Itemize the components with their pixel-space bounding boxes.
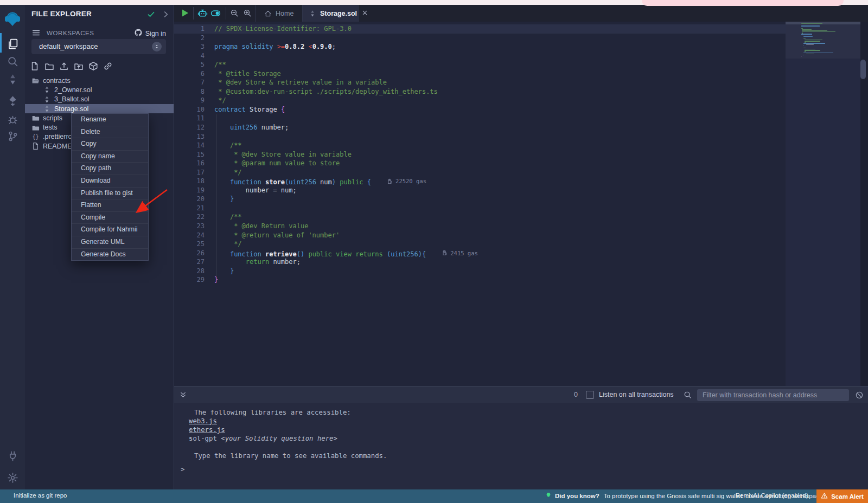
line-number[interactable]: 11 bbox=[174, 114, 214, 123]
line-number[interactable]: 22 bbox=[174, 212, 214, 222]
line-number[interactable]: 16 bbox=[174, 159, 214, 168]
menu-item-rename[interactable]: Rename bbox=[72, 114, 148, 126]
line-number[interactable]: 8 bbox=[174, 87, 214, 96]
code-line-23[interactable]: 23 * @dev Return value bbox=[174, 222, 786, 231]
line-number[interactable]: 4 bbox=[174, 51, 214, 61]
menu-item-publish-file-to-gist[interactable]: Publish file to gist bbox=[72, 188, 148, 200]
code-line-11[interactable]: 11 bbox=[174, 114, 786, 123]
editor-minimap[interactable] bbox=[786, 22, 860, 386]
code-line-10[interactable]: 10contract Storage { bbox=[174, 105, 786, 114]
code-line-12[interactable]: 12 uint256 number; bbox=[174, 123, 786, 132]
zoom-out-icon[interactable] bbox=[230, 9, 239, 20]
upload-file-icon[interactable] bbox=[59, 61, 69, 71]
code-line-26[interactable]: 26 function retrieve() public view retur… bbox=[174, 249, 786, 258]
code-line-29[interactable]: 29} bbox=[174, 275, 786, 285]
code-line-8[interactable]: 8 * @custom:dev-run-script ./scripts/dep… bbox=[174, 87, 786, 96]
line-number[interactable]: 29 bbox=[174, 275, 214, 285]
menu-item-delete[interactable]: Delete bbox=[72, 126, 148, 139]
sign-in-button[interactable]: Sign in bbox=[134, 28, 166, 38]
line-number[interactable]: 21 bbox=[174, 204, 214, 213]
create-from-template-icon[interactable] bbox=[88, 61, 98, 71]
close-tab-icon[interactable] bbox=[362, 10, 368, 17]
code-line-19[interactable]: 19 number = num; bbox=[174, 186, 786, 195]
line-number[interactable]: 3 bbox=[174, 42, 214, 51]
solidity-compiler-icon[interactable] bbox=[0, 70, 25, 88]
line-number[interactable]: 28 bbox=[174, 267, 214, 276]
line-number[interactable]: 19 bbox=[174, 186, 214, 195]
workspace-select[interactable]: default_workspace bbox=[31, 39, 166, 54]
code-line-22[interactable]: 22 /** bbox=[174, 212, 786, 222]
line-number[interactable]: 26 bbox=[174, 249, 214, 258]
code-line-6[interactable]: 6 * @title Storage bbox=[174, 69, 786, 79]
code-line-24[interactable]: 24 * @return value of 'number' bbox=[174, 231, 786, 240]
code-line-27[interactable]: 27 return number; bbox=[174, 257, 786, 267]
code-line-1[interactable]: 1// SPDX-License-Identifier: GPL-3.0 bbox=[174, 24, 786, 34]
code-line-5[interactable]: 5/** bbox=[174, 60, 786, 69]
menu-item-download[interactable]: Download bbox=[72, 175, 148, 188]
code-line-15[interactable]: 15 * @dev Store value in variable bbox=[174, 150, 786, 159]
line-number[interactable]: 2 bbox=[174, 34, 214, 43]
code-line-21[interactable]: 21 bbox=[174, 204, 786, 213]
code-line-20[interactable]: 20 } bbox=[174, 195, 786, 204]
line-number[interactable]: 10 bbox=[174, 105, 214, 114]
upload-folder-icon[interactable] bbox=[74, 61, 84, 71]
line-number[interactable]: 15 bbox=[174, 150, 214, 159]
code-line-14[interactable]: 14 /** bbox=[174, 141, 786, 150]
line-number[interactable]: 13 bbox=[174, 132, 214, 141]
create-folder-icon[interactable] bbox=[44, 61, 54, 71]
chevron-right-icon[interactable] bbox=[162, 10, 170, 21]
code-line-28[interactable]: 28 } bbox=[174, 267, 786, 276]
menu-item-compile[interactable]: Compile bbox=[72, 212, 148, 224]
tab-storage-sol[interactable]: Storage.sol bbox=[303, 5, 359, 22]
run-script-button[interactable] bbox=[180, 8, 190, 20]
terminal-scrollbar-thumb[interactable] bbox=[860, 60, 866, 79]
remixai-toggle-icon[interactable] bbox=[210, 8, 221, 21]
tree-item-2-owner-sol[interactable]: 2_Owner.sol bbox=[25, 85, 174, 94]
menu-item-compile-for-nahmii[interactable]: Compile for Nahmii bbox=[72, 224, 148, 236]
tab-home[interactable]: Home bbox=[255, 5, 303, 22]
code-line-9[interactable]: 9 */ bbox=[174, 96, 786, 105]
deploy-and-run-icon[interactable] bbox=[0, 91, 25, 109]
line-number[interactable]: 5 bbox=[174, 60, 214, 69]
line-number[interactable]: 12 bbox=[174, 123, 214, 132]
chevrons-down-icon[interactable] bbox=[179, 391, 187, 401]
search-icon[interactable] bbox=[0, 52, 25, 70]
remixai-assistant-icon[interactable] bbox=[197, 8, 208, 21]
line-number[interactable]: 6 bbox=[174, 69, 214, 79]
workspace-sort-icon[interactable] bbox=[152, 42, 162, 51]
listen-all-transactions-checkbox[interactable] bbox=[586, 391, 594, 399]
git-init-status[interactable]: Initialize as git repo bbox=[14, 492, 67, 499]
line-number[interactable]: 27 bbox=[174, 257, 214, 267]
source-control-icon[interactable] bbox=[0, 127, 25, 145]
search-icon[interactable] bbox=[684, 391, 692, 401]
create-file-icon[interactable] bbox=[30, 61, 40, 71]
copilot-status[interactable]: RemixAI Copilot (enabled) bbox=[736, 492, 808, 499]
code-line-25[interactable]: 25 */ bbox=[174, 240, 786, 249]
line-number[interactable]: 18 bbox=[174, 177, 214, 186]
tree-item-contracts[interactable]: contracts bbox=[25, 76, 174, 85]
code-line-18[interactable]: 18 function store(uint256 num) public {2… bbox=[174, 177, 786, 186]
clear-console-icon[interactable] bbox=[855, 391, 864, 402]
zoom-in-icon[interactable] bbox=[243, 9, 252, 20]
line-number[interactable]: 23 bbox=[174, 222, 214, 231]
settings-icon[interactable] bbox=[0, 468, 25, 487]
import-from-url-icon[interactable] bbox=[103, 61, 113, 71]
transaction-filter-input[interactable] bbox=[697, 389, 849, 401]
code-line-16[interactable]: 16 * @param num value to store bbox=[174, 159, 786, 168]
terminal-output[interactable]: The following libraries are accessible:•… bbox=[174, 403, 868, 489]
menu-item-generate-docs[interactable]: Generate Docs bbox=[72, 249, 148, 261]
code-line-7[interactable]: 7 * @dev Store & retrieve value in a var… bbox=[174, 78, 786, 87]
plugin-manager-icon[interactable] bbox=[0, 447, 25, 465]
line-number[interactable]: 14 bbox=[174, 141, 214, 150]
tree-item-3-ballot-sol[interactable]: 3_Ballot.sol bbox=[25, 95, 174, 104]
line-number[interactable]: 17 bbox=[174, 168, 214, 177]
file-explorer-icon[interactable] bbox=[0, 34, 25, 53]
debugger-icon[interactable] bbox=[0, 110, 25, 128]
menu-item-copy[interactable]: Copy bbox=[72, 138, 148, 151]
line-number[interactable]: 9 bbox=[174, 96, 214, 105]
line-number[interactable]: 24 bbox=[174, 231, 214, 240]
tree-item-storage-sol[interactable]: Storage.sol bbox=[25, 104, 174, 113]
code-line-17[interactable]: 17 */ bbox=[174, 168, 786, 177]
remix-logo-icon[interactable] bbox=[0, 10, 25, 28]
code-line-4[interactable]: 4 bbox=[174, 51, 786, 61]
